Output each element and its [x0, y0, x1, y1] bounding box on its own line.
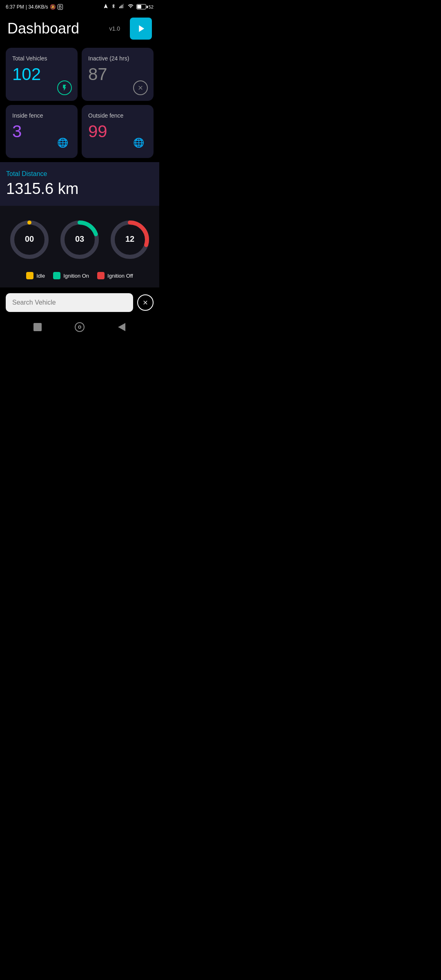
total-distance-section: Total Distance 1315.6 km — [0, 162, 159, 206]
legend-ignition-on-label: Ignition On — [63, 273, 89, 279]
svg-text:12: 12 — [125, 234, 134, 243]
status-b-icon: B — [58, 4, 63, 10]
stat-inside-fence[interactable]: Inside fence 3 🌐 — [6, 105, 78, 158]
svg-rect-3 — [123, 4, 124, 8]
header-right: v1.0 — [109, 18, 152, 40]
legend-row: Idle Ignition On Ignition Off — [4, 272, 155, 279]
stat-inactive[interactable]: Inactive (24 hrs) 87 — [82, 48, 154, 101]
donut-row: 00 03 12 — [4, 217, 155, 262]
nav-home-button[interactable] — [74, 322, 85, 332]
legend-ignition-off-dot — [97, 272, 105, 279]
nav-square-button[interactable] — [32, 322, 43, 332]
donut-ignition-on: 03 — [57, 217, 102, 262]
wifi-icon — [127, 3, 134, 10]
version-label: v1.0 — [109, 25, 120, 32]
location-icon — [103, 3, 109, 10]
header: Dashboard v1.0 — [0, 12, 159, 48]
search-close-button[interactable] — [137, 294, 154, 311]
distance-label: Total Distance — [6, 170, 78, 178]
stat-outside-fence[interactable]: Outside fence 99 🌐 — [82, 105, 154, 158]
donut-ignition-off-svg: 12 — [107, 217, 152, 262]
legend-idle-dot — [26, 272, 33, 279]
donut-idle: 00 — [7, 217, 52, 262]
battery-percent: 52 — [149, 4, 154, 9]
bluetooth-icon — [111, 3, 116, 10]
status-time: 6:37 PM — [6, 4, 24, 10]
distance-value: 1315.6 km — [6, 180, 78, 198]
stat-total-vehicles-label: Total Vehicles — [12, 55, 71, 62]
legend-ignition-on: Ignition On — [53, 272, 89, 279]
status-data-speed: | 34.6KB/s — [26, 4, 48, 10]
legend-idle: Idle — [26, 272, 45, 279]
svg-text:00: 00 — [25, 234, 34, 243]
stats-grid: Total Vehicles 102 Inactive (24 hrs) 87 … — [6, 48, 154, 158]
svg-rect-1 — [120, 6, 121, 8]
stat-inside-fence-label: Inside fence — [12, 112, 71, 119]
navigate-button[interactable] — [130, 18, 152, 40]
status-sound-icon: 🔕 — [50, 4, 56, 10]
legend-ignition-off: Ignition Off — [97, 272, 133, 279]
stat-inside-fence-icon: 🌐 — [57, 138, 72, 152]
charts-section: 00 03 12 Idle Ignition O — [0, 206, 159, 287]
bottom-nav — [0, 316, 159, 341]
stat-inactive-icon — [133, 80, 148, 95]
legend-ignition-off-label: Ignition Off — [107, 273, 133, 279]
stat-inactive-label: Inactive (24 hrs) — [88, 55, 147, 62]
svg-text:03: 03 — [75, 234, 84, 243]
stat-total-vehicles[interactable]: Total Vehicles 102 — [6, 48, 78, 101]
donut-idle-svg: 00 — [7, 217, 52, 262]
battery-icon — [136, 4, 146, 9]
stat-total-vehicles-icon — [57, 80, 72, 95]
status-bar: 6:37 PM | 34.6KB/s 🔕 B 52 — [0, 0, 159, 12]
signal-icon — [118, 3, 125, 10]
main-content: Total Vehicles 102 Inactive (24 hrs) 87 … — [0, 48, 159, 158]
donut-ignition-on-svg: 03 — [57, 217, 102, 262]
legend-ignition-on-dot — [53, 272, 60, 279]
donut-ignition-off: 12 — [107, 217, 152, 262]
svg-rect-2 — [122, 5, 122, 9]
search-input-wrapper[interactable] — [6, 293, 133, 312]
search-section — [0, 287, 159, 312]
svg-rect-0 — [119, 7, 120, 8]
nav-back-button[interactable] — [116, 322, 127, 332]
legend-idle-label: Idle — [36, 273, 45, 279]
search-input[interactable] — [12, 299, 127, 306]
stat-outside-fence-icon: 🌐 — [133, 138, 148, 152]
page-title: Dashboard — [7, 20, 79, 37]
stat-outside-fence-label: Outside fence — [88, 112, 147, 119]
